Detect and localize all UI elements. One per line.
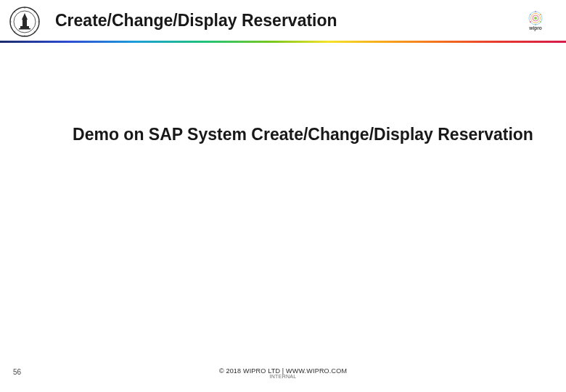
divider-rainbow [0, 41, 566, 43]
svg-point-17 [530, 14, 531, 15]
wipro-icon: wipro [518, 7, 553, 33]
page-title: Create/Change/Display Reservation [55, 11, 518, 30]
svg-point-21 [535, 11, 536, 12]
svg-line-9 [34, 12, 35, 12]
svg-rect-12 [19, 28, 30, 30]
svg-rect-10 [22, 20, 27, 26]
footer-subtext: INTERNAL [0, 374, 566, 379]
svg-line-7 [34, 31, 35, 32]
slide: Create/Change/Display Reservation wipro [0, 0, 566, 392]
svg-point-16 [534, 17, 537, 20]
svg-rect-11 [20, 26, 29, 28]
svg-point-20 [540, 21, 541, 23]
slide-footer: © 2018 WIPRO LTD | WWW.WIPRO.COM INTERNA… [0, 367, 566, 379]
body-heading: Demo on SAP System Create/Change/Display… [69, 123, 537, 146]
slide-body: Demo on SAP System Create/Change/Display… [69, 123, 537, 146]
seal-icon [9, 6, 41, 38]
svg-line-8 [15, 31, 15, 32]
svg-text:wipro: wipro [528, 25, 541, 31]
svg-point-18 [540, 14, 541, 15]
svg-line-6 [15, 12, 15, 12]
svg-point-19 [530, 21, 531, 23]
slide-header: Create/Change/Display Reservation wipro [0, 0, 566, 41]
